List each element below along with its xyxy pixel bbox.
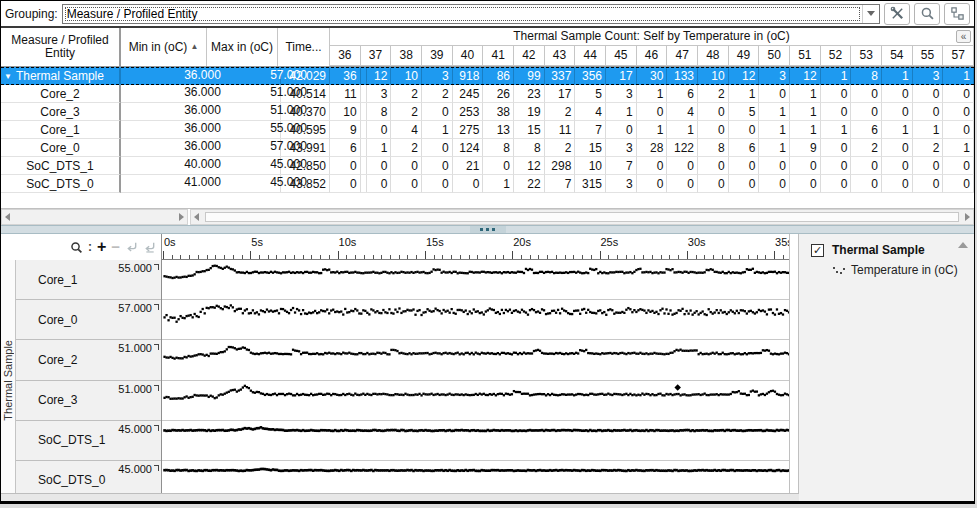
count-cell[interactable]: 0 (821, 85, 852, 103)
count-cell[interactable]: 0 (729, 121, 760, 139)
count-cell[interactable]: 298 (545, 157, 576, 175)
count-cell[interactable]: 0 (882, 157, 913, 175)
count-cell[interactable]: 10 (330, 103, 361, 121)
count-cell[interactable]: 0 (759, 175, 790, 193)
count-cell[interactable]: 15 (514, 121, 545, 139)
count-cell[interactable]: 0 (913, 85, 944, 103)
temp-column-header[interactable]: 44 (575, 46, 606, 66)
timeline-row-label[interactable]: SoC_DTS_145.000 (16, 421, 161, 461)
count-cell[interactable]: 337 (545, 68, 576, 84)
zoom-out-button[interactable]: − (111, 240, 120, 254)
entity-cell[interactable]: SoC_DTS_0 (1, 175, 121, 193)
count-cell[interactable]: 6 (330, 139, 361, 157)
count-cell[interactable]: 1 (882, 68, 913, 84)
time-cell[interactable]: 43.991 (278, 139, 330, 157)
show-data-columns-button[interactable] (944, 3, 970, 25)
count-cell[interactable]: 26 (483, 85, 514, 103)
count-cell[interactable]: 1 (790, 103, 821, 121)
count-cell[interactable]: 0 (821, 139, 852, 157)
count-cell[interactable]: 2 (391, 85, 422, 103)
count-cell[interactable]: 0 (637, 103, 668, 121)
entity-cell[interactable]: Core_0 (1, 139, 121, 157)
count-cell[interactable]: 3 (606, 139, 637, 157)
table-row[interactable]: SoC_DTS_140.00045.00042.8500000210122981… (1, 157, 974, 175)
table-row[interactable]: Core_336.00051.00040.3701082025338192410… (1, 103, 974, 121)
count-cell[interactable]: 4 (391, 121, 422, 139)
count-cell[interactable]: 918 (453, 68, 484, 84)
count-cell[interactable]: 356 (575, 68, 606, 84)
count-cell[interactable]: 0 (391, 175, 422, 193)
count-cell[interactable]: 0 (851, 85, 882, 103)
count-cell[interactable]: 0 (943, 157, 974, 175)
temp-column-header[interactable]: 55 (913, 46, 944, 66)
timeline-plot-row[interactable] (162, 300, 789, 340)
count-cell[interactable]: 8 (851, 68, 882, 84)
tree-expander-icon[interactable]: ▼ (4, 72, 12, 81)
count-cell[interactable]: 0 (330, 157, 361, 175)
temp-column-header[interactable]: 54 (882, 46, 913, 66)
scatter-canvas[interactable] (162, 340, 789, 379)
count-cell[interactable]: 3 (913, 68, 944, 84)
temp-column-header[interactable]: 48 (698, 46, 729, 66)
count-cell[interactable]: 7 (606, 157, 637, 175)
count-cell[interactable]: 1 (729, 85, 760, 103)
count-cell[interactable]: 0 (422, 103, 453, 121)
count-cell[interactable]: 15 (575, 139, 606, 157)
count-cell[interactable]: 133 (667, 68, 698, 84)
count-cell[interactable]: 13 (483, 121, 514, 139)
count-cell[interactable]: 3 (606, 175, 637, 193)
count-cell[interactable]: 1 (759, 103, 790, 121)
zoom-magnifier-icon[interactable] (70, 241, 83, 254)
scatter-canvas[interactable] (162, 300, 789, 339)
count-cell[interactable]: 7 (545, 175, 576, 193)
count-cell[interactable]: 0 (483, 157, 514, 175)
redo-zoom-icon[interactable] (143, 241, 156, 254)
column-header-min[interactable]: Min in (oC)▲ (121, 28, 207, 66)
left-hscrollbar[interactable] (1, 209, 188, 225)
count-cell[interactable]: 38 (483, 103, 514, 121)
count-cell[interactable]: 0 (637, 175, 668, 193)
table-row[interactable]: Core_136.00055.00040.5959041275131511701… (1, 121, 974, 139)
column-header-entity[interactable]: Measure / Profiled Entity (1, 28, 121, 66)
count-cell[interactable]: 0 (637, 157, 668, 175)
scroll-up-icon[interactable] (958, 242, 968, 248)
count-cell[interactable]: 0 (606, 121, 637, 139)
time-ruler[interactable]: 0s5s10s15s20s25s30s35s (162, 234, 789, 260)
count-cell[interactable]: 0 (882, 85, 913, 103)
count-cell[interactable]: 8 (483, 139, 514, 157)
count-cell[interactable]: 275 (453, 121, 484, 139)
timeline-plot-row[interactable] (162, 381, 789, 421)
table-row[interactable]: Core_036.00057.00043.9916120124882153281… (1, 139, 974, 157)
time-cell[interactable]: 43.852 (278, 175, 330, 193)
count-cell[interactable]: 9 (330, 121, 361, 139)
count-cell[interactable]: 0 (698, 103, 729, 121)
temp-column-header[interactable]: 40 (453, 46, 484, 66)
count-cell[interactable]: 1 (913, 121, 944, 139)
count-cell[interactable]: 23 (514, 85, 545, 103)
scroll-left-icon[interactable] (194, 213, 199, 221)
count-cell[interactable]: 5 (729, 103, 760, 121)
count-cell[interactable]: 2 (913, 139, 944, 157)
count-cell[interactable]: 0 (821, 175, 852, 193)
count-cell[interactable]: 12 (790, 68, 821, 84)
count-cell[interactable]: 0 (851, 157, 882, 175)
count-cell[interactable]: 12 (361, 68, 392, 84)
timeline-plot-row[interactable] (162, 340, 789, 380)
count-cell[interactable]: 86 (483, 68, 514, 84)
count-cell[interactable]: 0 (943, 85, 974, 103)
count-cell[interactable]: 7 (575, 121, 606, 139)
scatter-canvas[interactable] (162, 260, 789, 299)
count-cell[interactable]: 0 (330, 175, 361, 193)
time-cell[interactable]: 42.850 (278, 157, 330, 175)
count-cell[interactable]: 10 (575, 157, 606, 175)
count-cell[interactable]: 0 (361, 121, 392, 139)
scroll-right-icon[interactable] (965, 213, 970, 221)
count-cell[interactable]: 12 (514, 157, 545, 175)
count-cell[interactable]: 6 (851, 121, 882, 139)
count-cell[interactable]: 6 (729, 139, 760, 157)
count-cell[interactable]: 0 (698, 157, 729, 175)
timeline-hscrollbar[interactable] (1, 493, 799, 501)
count-cell[interactable]: 0 (422, 175, 453, 193)
temp-column-header[interactable]: 47 (667, 46, 698, 66)
count-cell[interactable]: 1 (943, 68, 974, 84)
